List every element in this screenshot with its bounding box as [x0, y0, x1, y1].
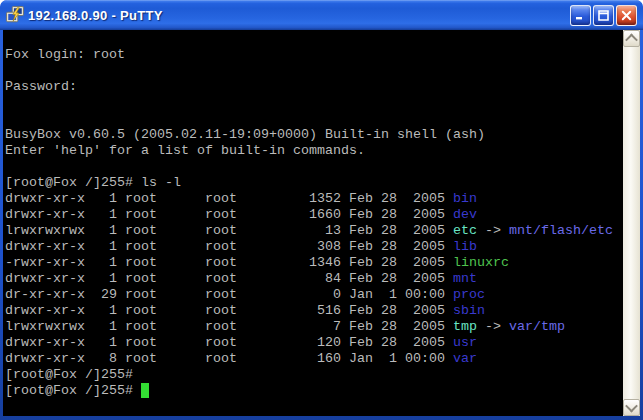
terminal-line: drwxr-xr-x 1 root root 308 Feb 28 2005 l…: [5, 239, 623, 255]
scrollbar-thumb[interactable]: [623, 47, 640, 399]
terminal-line: lrwxrwxrwx 1 root root 13 Feb 28 2005 et…: [5, 223, 623, 239]
terminal-line: drwxr-xr-x 1 root root 1352 Feb 28 2005 …: [5, 191, 623, 207]
minimize-icon: [575, 10, 586, 21]
terminal-line: drwxr-xr-x 1 root root 84 Feb 28 2005 mn…: [5, 271, 623, 287]
maximize-button[interactable]: [593, 5, 614, 26]
terminal-cursor: [141, 383, 149, 398]
terminal-line: drwxr-xr-x 1 root root 516 Feb 28 2005 s…: [5, 303, 623, 319]
terminal-line: dr-xr-xr-x 29 root root 0 Jan 1 00:00 pr…: [5, 287, 623, 303]
window-controls: [570, 5, 637, 26]
scrollbar-down-button[interactable]: [623, 399, 640, 416]
scrollbar[interactable]: [623, 30, 640, 416]
window-client: Fox login: rootPassword:BusyBox v0.60.5 …: [3, 30, 640, 416]
terminal-line: drwxr-xr-x 1 root root 1660 Feb 28 2005 …: [5, 207, 623, 223]
terminal-line: Enter 'help' for a list of built-in comm…: [5, 143, 623, 159]
terminal-line: drwxr-xr-x 8 root root 160 Jan 1 00:00 v…: [5, 351, 623, 367]
terminal-line: [5, 95, 623, 111]
chevron-up-icon: [625, 34, 638, 47]
terminal-output: Fox login: rootPassword:BusyBox v0.60.5 …: [5, 31, 623, 399]
close-icon: [621, 10, 632, 21]
terminal-line: [root@Fox /]255#: [5, 367, 623, 383]
maximize-icon: [598, 10, 609, 21]
terminal-line: -rwxr-xr-x 1 root root 1346 Feb 28 2005 …: [5, 255, 623, 271]
terminal-line: lrwxrwxrwx 1 root root 7 Feb 28 2005 tmp…: [5, 319, 623, 335]
titlebar[interactable]: 192.168.0.90 - PuTTY: [0, 0, 643, 30]
scrollbar-up-button[interactable]: [623, 30, 640, 47]
window-title: 192.168.0.90 - PuTTY: [28, 8, 570, 23]
terminal-line: [root@Fox /]255#: [5, 383, 623, 399]
terminal-line: [5, 31, 623, 47]
terminal-line: [5, 111, 623, 127]
terminal-line: [root@Fox /]255# ls -l: [5, 175, 623, 191]
putty-icon[interactable]: [6, 6, 24, 24]
terminal-line: BusyBox v0.60.5 (2005.02.11-19:09+0000) …: [5, 127, 623, 143]
terminal-line: [5, 63, 623, 79]
terminal-line: Fox login: root: [5, 47, 623, 63]
close-button[interactable]: [616, 5, 637, 26]
minimize-button[interactable]: [570, 5, 591, 26]
terminal-line: [5, 159, 623, 175]
putty-window: 192.168.0.90 - PuTTY Fox login: rootPass…: [0, 0, 643, 420]
terminal-screen[interactable]: Fox login: rootPassword:BusyBox v0.60.5 …: [3, 30, 623, 416]
chevron-down-icon: [625, 400, 638, 413]
terminal-line: Password:: [5, 79, 623, 95]
terminal-line: drwxr-xr-x 1 root root 120 Feb 28 2005 u…: [5, 335, 623, 351]
